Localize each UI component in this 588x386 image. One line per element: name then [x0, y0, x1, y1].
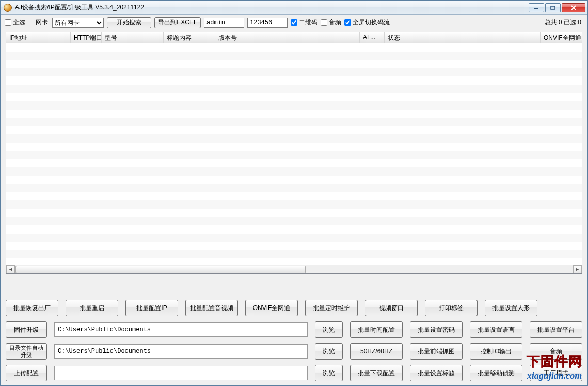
qrcode-checkbox[interactable]: 二维码: [291, 18, 317, 27]
select-all-label: 全选: [13, 18, 25, 27]
col-ip[interactable]: IP地址: [6, 32, 71, 43]
upload-path-input[interactable]: [54, 366, 308, 380]
onvif-all-button[interactable]: ONVIF全网通: [245, 300, 298, 316]
export-excel-button[interactable]: 导出到EXCEL: [154, 17, 201, 28]
scroll-thumb[interactable]: [15, 266, 306, 273]
title-bar: AJ设备搜索/IP配置/升级工具 V5.3.4_20211122: [1, 1, 587, 15]
batch-config-av-button[interactable]: 批量配置音视频: [185, 300, 238, 316]
fullscreen-stream-label: 全屏切换码流: [353, 18, 390, 27]
app-icon: [4, 4, 12, 12]
scroll-right-button[interactable]: ►: [573, 265, 582, 274]
col-title[interactable]: 标题内容: [164, 32, 215, 43]
device-table: IP地址 HTTP端口 型号 标题内容 版本号 AF... 状态 ONVIF全网…: [6, 32, 582, 274]
minimize-button[interactable]: [529, 3, 544, 12]
batch-motion-detect-button[interactable]: 批量移动侦测: [470, 365, 522, 381]
horizontal-scrollbar[interactable]: ◄ ►: [6, 265, 582, 273]
col-model[interactable]: 型号: [102, 32, 164, 43]
print-label-button[interactable]: 打印标签: [425, 300, 478, 316]
dir-browse-button[interactable]: 浏览: [315, 343, 343, 360]
firmware-upgrade-button[interactable]: 固件升级: [6, 321, 47, 338]
io-output-button[interactable]: 控制IO输出: [470, 343, 522, 360]
select-all-checkbox[interactable]: 全选: [5, 18, 25, 27]
batch-set-title-button[interactable]: 批量设置标题: [410, 365, 463, 381]
batch-set-platform-button[interactable]: 批量设置平台: [530, 321, 582, 338]
factory-mode-button[interactable]: 工厂模式: [530, 365, 582, 381]
col-status[interactable]: 状态: [385, 32, 541, 43]
qrcode-label: 二维码: [299, 18, 317, 27]
dir-auto-upgrade-button[interactable]: 目录文件自动 升级: [6, 343, 47, 360]
bottom-panel: 批量恢复出厂 批量重启 批量配置IP 批量配置音视频 ONVIF全网通 批量定时…: [6, 300, 582, 381]
upload-config-button[interactable]: 上传配置: [6, 365, 47, 381]
netcard-label: 网卡: [36, 18, 48, 27]
batch-time-config-button[interactable]: 批量时间配置: [350, 321, 403, 338]
toolbar: 全选 网卡 所有网卡 开始搜索 导出到EXCEL 二维码 音频 全屏切换码流 总…: [1, 15, 587, 30]
table-header: IP地址 HTTP端口 型号 标题内容 版本号 AF... 状态 ONVIF全网…: [6, 32, 582, 43]
firmware-path-input[interactable]: [54, 322, 308, 337]
count-info: 总共:0 已选:0: [545, 18, 583, 27]
scroll-left-button[interactable]: ◄: [6, 265, 15, 274]
col-http-port[interactable]: HTTP端口: [71, 32, 102, 43]
audio-label: 音频: [329, 18, 341, 27]
start-search-button[interactable]: 开始搜索: [107, 17, 151, 28]
dir-path-input[interactable]: [54, 344, 308, 359]
col-onvif[interactable]: ONVIF全网通: [541, 32, 582, 43]
hz-button[interactable]: 50HZ/60HZ: [350, 343, 403, 360]
batch-front-capture-button[interactable]: 批量前端抓图: [410, 343, 463, 360]
upload-browse-button[interactable]: 浏览: [315, 365, 343, 381]
batch-download-config-button[interactable]: 批量下载配置: [350, 365, 403, 381]
window-title: AJ设备搜索/IP配置/升级工具 V5.3.4_20211122: [15, 3, 529, 12]
audio-button[interactable]: 音频: [530, 343, 582, 360]
batch-time-maint-button[interactable]: 批量定时维护: [305, 300, 358, 316]
batch-set-human-button[interactable]: 批量设置人形: [485, 300, 537, 316]
video-window-button[interactable]: 视频窗口: [365, 300, 418, 316]
svg-rect-1: [551, 6, 555, 9]
fullscreen-stream-checkbox[interactable]: 全屏切换码流: [344, 18, 390, 27]
maximize-button[interactable]: [545, 3, 561, 12]
batch-set-language-button[interactable]: 批量设置语言: [470, 321, 522, 338]
username-input[interactable]: [204, 18, 244, 28]
table-body[interactable]: [6, 43, 582, 265]
batch-reboot-button[interactable]: 批量重启: [66, 300, 118, 316]
batch-config-ip-button[interactable]: 批量配置IP: [125, 300, 178, 316]
audio-checkbox[interactable]: 音频: [321, 18, 341, 27]
col-af[interactable]: AF...: [360, 32, 385, 43]
batch-factory-reset-button[interactable]: 批量恢复出厂: [6, 300, 58, 316]
col-version[interactable]: 版本号: [215, 32, 360, 43]
password-input[interactable]: [247, 18, 288, 28]
netcard-select[interactable]: 所有网卡: [52, 18, 104, 28]
batch-set-password-button[interactable]: 批量设置密码: [410, 321, 463, 338]
firmware-browse-button[interactable]: 浏览: [315, 321, 343, 338]
close-button[interactable]: [562, 3, 585, 12]
